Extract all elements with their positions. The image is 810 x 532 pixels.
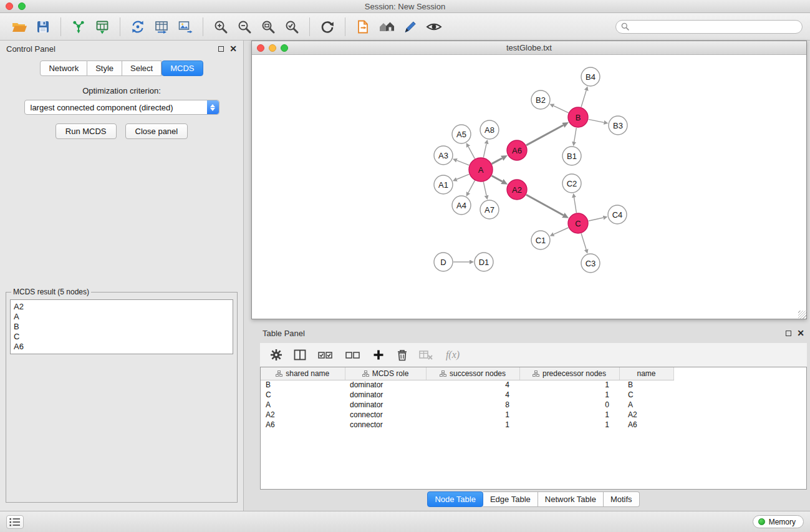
table-cell[interactable]: B bbox=[619, 380, 673, 390]
table-cell[interactable]: 4 bbox=[426, 390, 519, 400]
zoom-in-button[interactable] bbox=[209, 16, 233, 38]
close-table-panel-icon[interactable]: ✕ bbox=[797, 331, 804, 336]
graph-edge-A-A3[interactable] bbox=[457, 160, 470, 165]
table-cell[interactable]: C bbox=[261, 390, 345, 400]
tab-edge-table[interactable]: Edge Table bbox=[483, 491, 538, 507]
graph-edge-A2-C[interactable] bbox=[526, 195, 564, 215]
graph-node-A6[interactable]: A6 bbox=[507, 140, 527, 160]
graph-node-D1[interactable]: D1 bbox=[475, 253, 493, 271]
tab-network-table[interactable]: Network Table bbox=[538, 491, 604, 507]
table-row[interactable]: A2connector11A2 bbox=[261, 410, 673, 420]
network-graph[interactable]: B4B2BB3A5A8A6B1A3AC2A1A2A4A7C4CC1C3DD1 bbox=[252, 55, 806, 318]
table-cell[interactable]: A2 bbox=[261, 410, 345, 420]
export-image-button[interactable] bbox=[173, 16, 197, 38]
graph-edge-B-B4[interactable] bbox=[581, 90, 586, 107]
table-row[interactable]: Bdominator41B bbox=[261, 380, 673, 390]
table-cell[interactable]: A6 bbox=[619, 420, 673, 430]
graph-edge-A-A4[interactable] bbox=[468, 181, 475, 193]
table-cell[interactable]: dominator bbox=[345, 380, 426, 390]
graph-node-A2[interactable]: A2 bbox=[507, 180, 527, 200]
graph-node-B1[interactable]: B1 bbox=[562, 147, 581, 165]
graph-edge-C-C2[interactable] bbox=[574, 198, 577, 213]
graph-node-D[interactable]: D bbox=[434, 253, 453, 271]
graph-node-C3[interactable]: C3 bbox=[581, 254, 600, 273]
graph-edge-A-A6[interactable] bbox=[492, 158, 503, 164]
table-cell[interactable]: 1 bbox=[426, 420, 519, 430]
column-header-successor-nodes[interactable]: successor nodes bbox=[426, 367, 519, 380]
table-cell[interactable]: 1 bbox=[519, 420, 619, 430]
home-button[interactable] bbox=[375, 16, 398, 38]
column-header-mcds-role[interactable]: MCDS role bbox=[345, 367, 426, 380]
float-panel-icon[interactable] bbox=[218, 46, 224, 52]
table-cell[interactable]: C bbox=[619, 390, 673, 400]
table-cell[interactable]: 1 bbox=[519, 410, 619, 420]
show-panel-menu-button[interactable] bbox=[6, 515, 24, 529]
node-table-container[interactable]: shared name MCDS role successor nodes pr… bbox=[260, 367, 807, 490]
unselect-all-button[interactable] bbox=[344, 347, 362, 363]
run-mcds-button[interactable]: Run MCDS bbox=[55, 123, 117, 139]
table-cell[interactable]: A2 bbox=[619, 410, 673, 420]
export-document-button[interactable] bbox=[351, 16, 375, 38]
search-input[interactable] bbox=[632, 22, 797, 31]
tab-node-table[interactable]: Node Table bbox=[427, 491, 483, 507]
tab-mcds[interactable]: MCDS bbox=[162, 60, 203, 76]
graph-edge-A-A5[interactable] bbox=[468, 147, 475, 158]
import-network-button[interactable] bbox=[67, 16, 90, 38]
graph-node-B4[interactable]: B4 bbox=[581, 67, 600, 86]
table-cell[interactable]: A bbox=[261, 400, 345, 410]
table-cell[interactable]: 1 bbox=[426, 410, 519, 420]
graph-node-B3[interactable]: B3 bbox=[609, 116, 627, 135]
tab-select[interactable]: Select bbox=[122, 60, 162, 76]
graph-node-C1[interactable]: C1 bbox=[531, 231, 550, 249]
column-header-predecessor-nodes[interactable]: predecessor nodes bbox=[519, 367, 619, 380]
table-settings-button[interactable] bbox=[269, 347, 284, 363]
graph-edge-A-A8[interactable] bbox=[483, 144, 486, 158]
delete-column-button[interactable] bbox=[395, 347, 410, 363]
result-item[interactable]: B bbox=[14, 322, 229, 332]
table-cell[interactable]: 8 bbox=[426, 400, 519, 410]
graph-node-A4[interactable]: A4 bbox=[452, 196, 471, 215]
result-item[interactable]: A2 bbox=[14, 302, 229, 312]
import-table-button[interactable] bbox=[90, 16, 114, 38]
graph-node-A5[interactable]: A5 bbox=[452, 125, 471, 143]
table-cell[interactable]: dominator bbox=[345, 400, 426, 410]
graph-edge-C-C3[interactable] bbox=[581, 233, 586, 249]
table-cell[interactable]: 0 bbox=[519, 400, 619, 410]
zoom-out-button[interactable] bbox=[233, 16, 256, 38]
function-builder-button[interactable]: f(x) bbox=[442, 347, 463, 363]
show-columns-button[interactable] bbox=[292, 347, 307, 363]
table-cell[interactable]: B bbox=[261, 380, 345, 390]
graph-node-C[interactable]: C bbox=[568, 213, 588, 233]
graph-node-A3[interactable]: A3 bbox=[434, 146, 453, 165]
table-cell[interactable]: 1 bbox=[519, 390, 619, 400]
style-edit-button[interactable] bbox=[398, 16, 422, 38]
graph-edge-A6-B[interactable] bbox=[526, 125, 563, 145]
result-item[interactable]: A6 bbox=[14, 342, 229, 352]
refresh-view-button[interactable] bbox=[316, 16, 339, 38]
graph-edge-C-C4[interactable] bbox=[589, 218, 604, 221]
sync-table-button[interactable] bbox=[150, 16, 173, 38]
save-session-button[interactable] bbox=[31, 16, 55, 38]
mcds-result-list[interactable]: A2 A B C A6 bbox=[10, 299, 233, 354]
network-window-titlebar[interactable]: testGlobe.txt bbox=[252, 41, 806, 55]
delete-table-button[interactable] bbox=[418, 347, 433, 363]
graph-edge-A-A2[interactable] bbox=[492, 176, 503, 181]
graph-edge-B-B3[interactable] bbox=[589, 119, 604, 122]
graph-edge-A-A1[interactable] bbox=[456, 174, 469, 179]
clone-network-button[interactable] bbox=[126, 16, 150, 38]
graph-node-C2[interactable]: C2 bbox=[562, 174, 581, 193]
table-cell[interactable]: connector bbox=[345, 410, 426, 420]
table-row[interactable]: Adominator80A bbox=[261, 400, 673, 410]
column-header-shared-name[interactable]: shared name bbox=[261, 367, 345, 380]
memory-button[interactable]: Memory bbox=[753, 515, 804, 528]
zoom-selected-button[interactable] bbox=[280, 16, 304, 38]
tab-style[interactable]: Style bbox=[87, 60, 122, 76]
graph-edge-B-B2[interactable] bbox=[554, 106, 569, 113]
graph-node-B[interactable]: B bbox=[568, 107, 588, 127]
graph-node-A1[interactable]: A1 bbox=[434, 175, 453, 194]
tab-motifs[interactable]: Motifs bbox=[604, 491, 640, 507]
zoom-fit-button[interactable] bbox=[256, 16, 280, 38]
table-cell[interactable]: 1 bbox=[519, 380, 619, 390]
graph-edge-C-C1[interactable] bbox=[554, 228, 569, 235]
tab-network[interactable]: Network bbox=[40, 60, 87, 76]
